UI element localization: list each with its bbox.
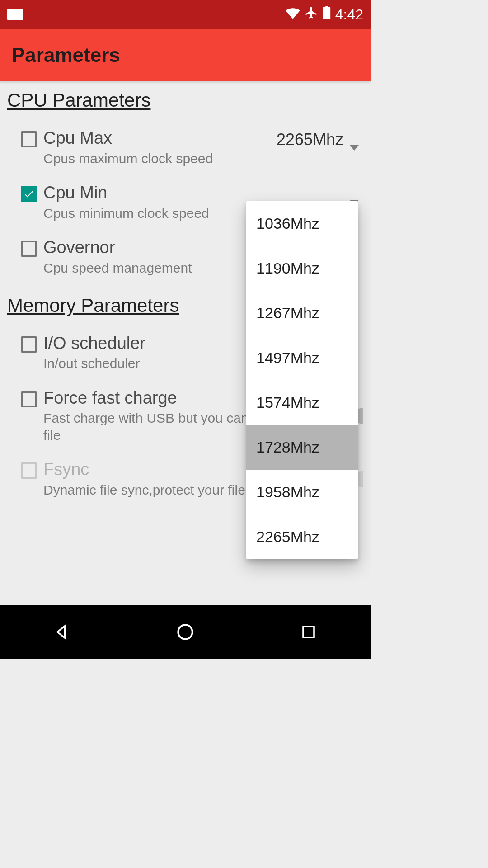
app-bar: Parameters	[0, 29, 371, 81]
svg-point-0	[178, 625, 192, 639]
row-subtitle: In/out scheduler	[43, 355, 258, 372]
dropdown-item[interactable]: 1190Mhz	[246, 246, 358, 291]
dropdown-item[interactable]: 1036Mhz	[246, 201, 358, 246]
svg-rect-1	[303, 627, 314, 637]
row-subtitle: Cpus maximum clock speed	[43, 150, 271, 167]
row-title: Cpu Max	[43, 128, 271, 148]
nav-back-button[interactable]	[51, 621, 73, 643]
row-text: Cpu Min Cpus minimum clock speed	[43, 183, 264, 222]
status-bar-right: 4:42	[286, 6, 363, 23]
dropdown-item[interactable]: 1958Mhz	[246, 470, 358, 514]
dropdown-item[interactable]: 1267Mhz	[246, 291, 358, 335]
checkbox-cpu-min[interactable]	[21, 186, 37, 202]
row-subtitle: Cpus minimum clock speed	[43, 205, 258, 222]
checkbox-io-scheduler[interactable]	[21, 336, 37, 353]
nav-home-button[interactable]	[174, 621, 197, 643]
notification-icon	[7, 9, 23, 20]
status-bar: 4:42	[0, 0, 371, 29]
navigation-bar	[0, 605, 371, 659]
page-title: Parameters	[12, 44, 120, 66]
dropdown-item[interactable]: 1574Mhz	[246, 380, 358, 425]
row-title: I/O scheduler	[43, 334, 258, 354]
battery-icon	[323, 6, 331, 23]
row-subtitle: Cpu speed management	[43, 259, 258, 277]
row-text: Governor Cpu speed management	[43, 238, 264, 276]
cpu-min-dropdown[interactable]: 1036Mhz 1190Mhz 1267Mhz 1497Mhz 1574Mhz …	[246, 201, 358, 559]
checkbox-cpu-max[interactable]	[21, 131, 37, 147]
dropdown-item[interactable]: 2265Mhz	[246, 514, 358, 559]
status-time: 4:42	[335, 6, 363, 23]
checkbox-governor[interactable]	[21, 241, 37, 257]
row-title: Cpu Min	[43, 183, 258, 203]
dropdown-item-selected[interactable]: 1728Mhz	[246, 425, 358, 470]
row-text: I/O scheduler In/out scheduler	[43, 334, 264, 372]
airplane-icon	[305, 6, 318, 23]
dropdown-item[interactable]: 1497Mhz	[246, 335, 358, 380]
section-cpu-heading: CPU Parameters	[7, 90, 363, 111]
checkbox-fsync[interactable]	[21, 462, 37, 479]
status-bar-left	[7, 9, 23, 20]
nav-recent-button[interactable]	[297, 621, 320, 643]
row-title: Governor	[43, 238, 258, 258]
chevron-down-icon[interactable]	[350, 145, 359, 151]
row-text: Cpu Max Cpus maximum clock speed	[43, 128, 277, 167]
checkbox-force-fast-charge[interactable]	[21, 391, 37, 407]
wifi-icon	[286, 6, 300, 23]
row-cpu-max[interactable]: Cpu Max Cpus maximum clock speed 2265Mhz	[7, 122, 363, 177]
cpu-max-value[interactable]: 2265Mhz	[277, 130, 345, 149]
